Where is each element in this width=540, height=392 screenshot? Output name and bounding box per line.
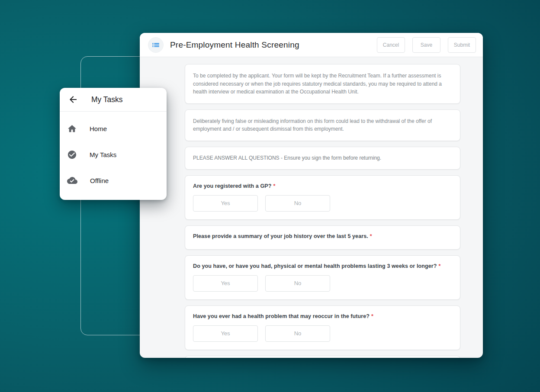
form-icon-circle [148, 37, 164, 53]
yes-button[interactable]: Yes [193, 195, 258, 212]
save-button[interactable]: Save [412, 37, 440, 53]
list-icon [151, 40, 161, 50]
sidebar-item-offline[interactable]: Offline [60, 167, 167, 193]
no-button[interactable]: No [265, 325, 330, 342]
question-box-job-history[interactable]: Please provide a summary of your job his… [185, 225, 460, 250]
question-box-health-problems: Do you have, or have you had, physical o… [185, 255, 460, 300]
notice-box: Deliberately fiving false or misleading … [185, 109, 460, 141]
question-label: Are you registered with a GP?* [193, 183, 452, 189]
required-asterisk: * [371, 313, 373, 319]
cloud-check-icon [67, 175, 77, 186]
question-box-reoccur: Have you ever had a health problem that … [185, 305, 460, 350]
check-circle-icon [67, 150, 77, 160]
question-box-medication[interactable]: Are you taking any prescribed medication… [185, 356, 460, 358]
sidebar-item-home[interactable]: Home [60, 116, 167, 141]
home-icon [67, 124, 77, 134]
answer-options: Yes No [193, 195, 452, 212]
required-asterisk: * [273, 183, 275, 189]
sidebar-title: My Tasks [91, 95, 123, 104]
question-box-gp-registered: Are you registered with a GP?* Yes No [185, 175, 460, 220]
form-card: Pre-Employment Health Screening Cancel S… [140, 33, 483, 358]
required-asterisk: * [370, 233, 372, 239]
answer-options: Yes No [193, 325, 452, 342]
no-button[interactable]: No [265, 275, 330, 292]
question-label: Do you have, or have you had, physical o… [193, 263, 452, 269]
page-title: Pre-Employment Health Screening [170, 40, 299, 50]
question-label: Please provide a summary of your job his… [193, 233, 452, 239]
submit-button[interactable]: Submit [448, 37, 476, 53]
required-asterisk: * [438, 263, 440, 269]
yes-button[interactable]: Yes [193, 325, 258, 342]
header-actions: Cancel Save Submit [377, 37, 476, 53]
notice-box: To be completed by the applicant. Your f… [185, 64, 460, 104]
sidebar-item-label: Home [90, 125, 107, 132]
form-header: Pre-Employment Health Screening Cancel S… [140, 33, 483, 57]
arrow-left-icon[interactable] [68, 94, 78, 105]
sidebar-item-label: My Tasks [90, 151, 116, 158]
cancel-button[interactable]: Cancel [377, 37, 405, 53]
sidebar-header: My Tasks [60, 88, 167, 112]
my-tasks-panel: My Tasks Home My Tasks Offline [60, 88, 167, 200]
sidebar-items: Home My Tasks Offline [60, 112, 167, 193]
question-label: Have you ever had a health problem that … [193, 313, 452, 319]
answer-options: Yes No [193, 275, 452, 292]
yes-button[interactable]: Yes [193, 275, 258, 292]
notice-box: PLEASE ANSWER ALL QUESTIONS - Ensure you… [185, 147, 460, 170]
sidebar-item-label: Offline [90, 177, 109, 184]
sidebar-item-my-tasks[interactable]: My Tasks [60, 141, 167, 167]
no-button[interactable]: No [265, 195, 330, 212]
form-body: To be completed by the applicant. Your f… [140, 57, 483, 358]
